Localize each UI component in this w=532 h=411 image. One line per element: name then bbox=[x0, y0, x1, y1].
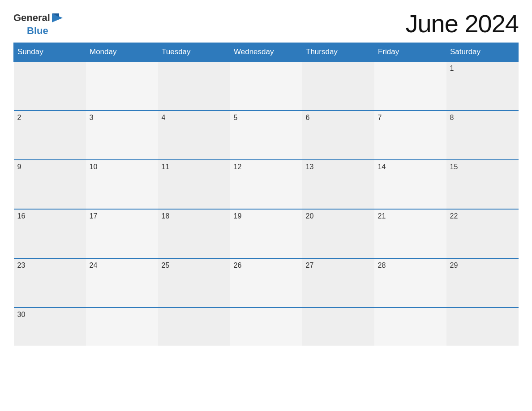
calendar: Sunday Monday Tuesday Wednesday Thursday… bbox=[13, 43, 519, 346]
logo-general-text: General bbox=[13, 12, 50, 24]
col-monday: Monday bbox=[86, 43, 158, 62]
calendar-day-cell: 20 bbox=[302, 209, 374, 258]
day-number: 9 bbox=[17, 163, 21, 171]
calendar-week-row: 1 bbox=[14, 61, 519, 111]
calendar-week-row: 2345678 bbox=[14, 111, 519, 160]
col-tuesday: Tuesday bbox=[158, 43, 230, 62]
calendar-day-cell: 16 bbox=[14, 209, 86, 258]
day-number: 10 bbox=[90, 163, 98, 171]
day-number: 26 bbox=[234, 261, 242, 269]
day-number: 21 bbox=[378, 212, 386, 220]
col-thursday: Thursday bbox=[302, 43, 374, 62]
calendar-day-cell bbox=[158, 61, 230, 111]
col-friday: Friday bbox=[374, 43, 446, 62]
day-number: 24 bbox=[90, 261, 98, 269]
calendar-week-row: 9101112131415 bbox=[14, 160, 519, 209]
day-number: 14 bbox=[378, 163, 386, 171]
calendar-day-cell bbox=[446, 308, 519, 346]
calendar-day-cell: 25 bbox=[158, 258, 230, 308]
day-number: 15 bbox=[450, 163, 458, 171]
calendar-day-cell bbox=[86, 61, 158, 111]
calendar-day-cell: 7 bbox=[374, 111, 446, 160]
calendar-day-cell: 21 bbox=[374, 209, 446, 258]
logo-icon bbox=[50, 11, 64, 25]
col-sunday: Sunday bbox=[14, 43, 86, 62]
day-number: 25 bbox=[162, 261, 170, 269]
calendar-day-cell bbox=[86, 308, 158, 346]
day-number: 6 bbox=[306, 114, 310, 121]
calendar-day-cell: 15 bbox=[446, 160, 519, 209]
calendar-day-cell: 29 bbox=[446, 258, 519, 308]
header: General Blue June 2024 bbox=[13, 9, 519, 38]
calendar-day-cell: 2 bbox=[14, 111, 86, 160]
calendar-day-cell: 12 bbox=[230, 160, 302, 209]
calendar-header-row: Sunday Monday Tuesday Wednesday Thursday… bbox=[14, 43, 519, 62]
day-number: 18 bbox=[162, 212, 170, 220]
calendar-day-cell: 27 bbox=[302, 258, 374, 308]
calendar-day-cell: 14 bbox=[374, 160, 446, 209]
day-number: 30 bbox=[17, 311, 26, 318]
calendar-week-row: 16171819202122 bbox=[14, 209, 519, 258]
calendar-day-cell: 23 bbox=[14, 258, 86, 308]
calendar-day-cell bbox=[374, 308, 446, 346]
day-number: 19 bbox=[234, 212, 242, 220]
col-saturday: Saturday bbox=[446, 43, 519, 62]
day-number: 20 bbox=[306, 212, 314, 220]
calendar-day-cell bbox=[230, 61, 302, 111]
month-title: June 2024 bbox=[405, 9, 519, 38]
calendar-day-cell: 3 bbox=[86, 111, 158, 160]
calendar-day-cell: 6 bbox=[302, 111, 374, 160]
day-number: 7 bbox=[378, 114, 382, 121]
calendar-day-cell: 9 bbox=[14, 160, 86, 209]
page-container: General Blue June 2024 Sunday Monday Tue… bbox=[0, 0, 532, 411]
day-number: 8 bbox=[450, 114, 454, 121]
calendar-day-cell: 11 bbox=[158, 160, 230, 209]
calendar-week-row: 30 bbox=[14, 308, 519, 346]
day-number: 29 bbox=[450, 261, 458, 269]
calendar-day-cell: 19 bbox=[230, 209, 302, 258]
day-number: 28 bbox=[378, 261, 386, 269]
day-number: 17 bbox=[90, 212, 98, 220]
col-wednesday: Wednesday bbox=[230, 43, 302, 62]
calendar-day-cell bbox=[14, 61, 86, 111]
calendar-week-row: 23242526272829 bbox=[14, 258, 519, 308]
calendar-day-cell: 1 bbox=[446, 61, 519, 111]
day-number: 1 bbox=[450, 64, 454, 72]
day-number: 27 bbox=[306, 261, 314, 269]
calendar-day-cell: 26 bbox=[230, 258, 302, 308]
day-number: 16 bbox=[17, 212, 26, 220]
calendar-day-cell: 22 bbox=[446, 209, 519, 258]
logo: General Blue bbox=[13, 11, 64, 37]
day-number: 2 bbox=[17, 114, 21, 121]
day-number: 13 bbox=[306, 163, 314, 171]
calendar-day-cell: 30 bbox=[14, 308, 86, 346]
calendar-day-cell: 8 bbox=[446, 111, 519, 160]
day-number: 3 bbox=[90, 114, 94, 121]
calendar-day-cell: 4 bbox=[158, 111, 230, 160]
calendar-day-cell: 13 bbox=[302, 160, 374, 209]
day-number: 11 bbox=[162, 163, 170, 171]
day-number: 12 bbox=[234, 163, 242, 171]
calendar-day-cell: 17 bbox=[86, 209, 158, 258]
calendar-day-cell bbox=[302, 308, 374, 346]
calendar-day-cell: 24 bbox=[86, 258, 158, 308]
day-number: 4 bbox=[162, 114, 166, 121]
day-number: 5 bbox=[234, 114, 238, 121]
calendar-day-cell: 5 bbox=[230, 111, 302, 160]
calendar-day-cell bbox=[302, 61, 374, 111]
calendar-day-cell bbox=[374, 61, 446, 111]
calendar-day-cell: 18 bbox=[158, 209, 230, 258]
calendar-day-cell: 28 bbox=[374, 258, 446, 308]
calendar-day-cell bbox=[158, 308, 230, 346]
day-number: 23 bbox=[17, 261, 26, 269]
calendar-day-cell bbox=[230, 308, 302, 346]
calendar-day-cell: 10 bbox=[86, 160, 158, 209]
logo-blue-text: Blue bbox=[27, 25, 48, 37]
day-number: 22 bbox=[450, 212, 458, 220]
